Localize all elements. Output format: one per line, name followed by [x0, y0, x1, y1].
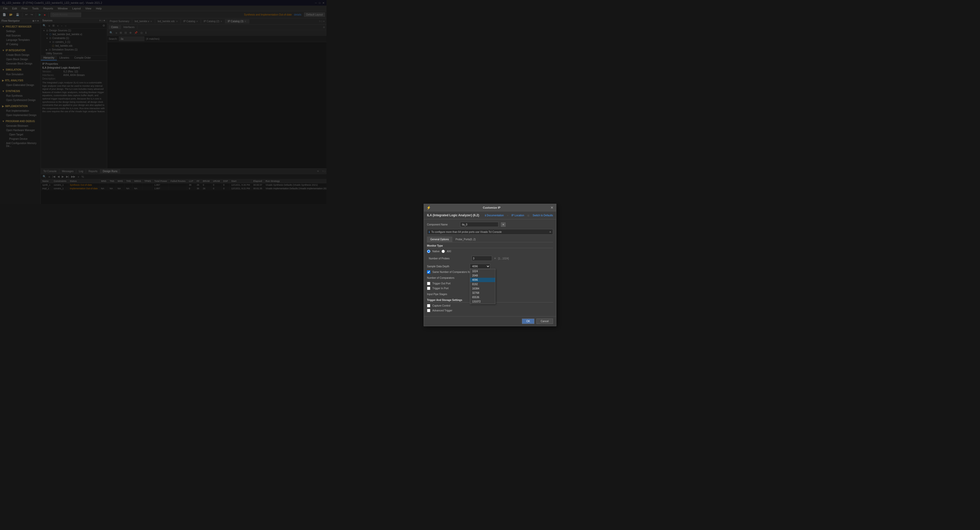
modal-overlay: ⚡ Customize IP ✕ ILA (Integrated Logic A…	[0, 0, 326, 204]
